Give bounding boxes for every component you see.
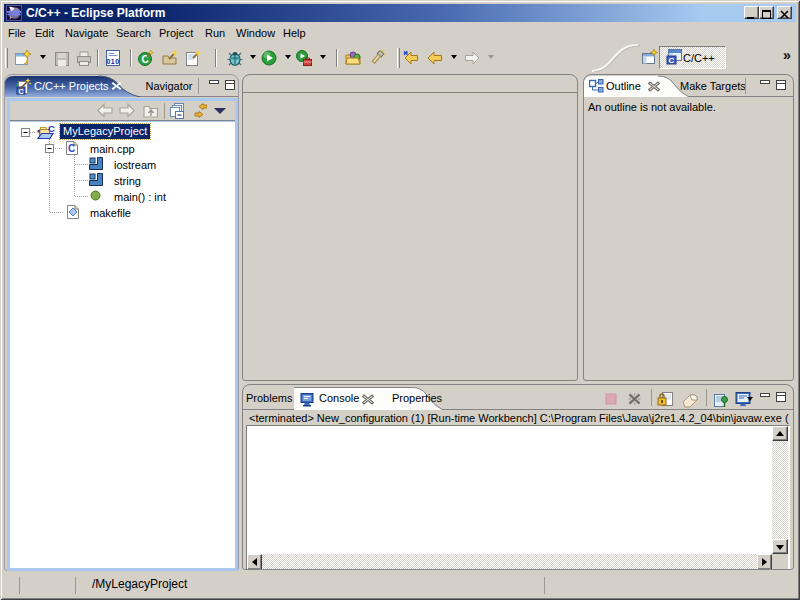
svg-text:C: C (669, 56, 675, 65)
svg-text:C: C (48, 124, 55, 134)
svg-text:010: 010 (106, 58, 119, 65)
svg-text:C: C (68, 143, 75, 154)
